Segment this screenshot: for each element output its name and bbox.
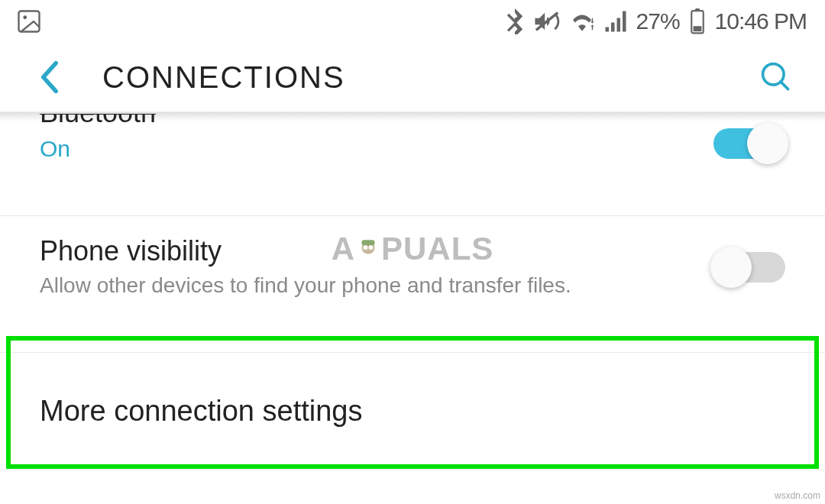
clock-time: 10:46 PM	[715, 8, 807, 34]
svg-rect-4	[694, 8, 699, 11]
row-phonevis-desc: Allow other devices to find your phone a…	[40, 272, 713, 299]
phone-visibility-toggle[interactable]	[713, 252, 785, 283]
wifi-icon	[569, 11, 595, 32]
bluetooth-icon	[505, 8, 525, 34]
row-phonevis-title: Phone visibility	[40, 234, 713, 267]
back-button[interactable]	[31, 59, 67, 95]
signal-icon	[604, 11, 627, 32]
row-partial-next[interactable]	[0, 470, 825, 504]
mute-vibrate-icon	[534, 10, 560, 33]
svg-point-1	[23, 15, 27, 19]
search-button[interactable]	[758, 59, 794, 95]
row-phone-visibility[interactable]: Phone visibility Allow other devices to …	[0, 215, 825, 321]
svg-rect-0	[19, 11, 40, 32]
settings-list: Bluetooth On Phone visibility Allow othe…	[0, 121, 825, 504]
battery-icon	[689, 8, 706, 34]
row-more-connection-settings[interactable]: More connection settings	[0, 352, 825, 471]
page-title: CONNECTIONS	[102, 60, 345, 95]
bluetooth-toggle[interactable]	[713, 128, 785, 159]
row-bluetooth-title: Bluetooth	[40, 114, 713, 129]
svg-line-7	[781, 82, 788, 89]
row-more-title: More connection settings	[40, 394, 785, 429]
image-icon	[15, 8, 43, 35]
app-header: CONNECTIONS	[0, 43, 825, 111]
row-bluetooth[interactable]: Bluetooth On	[0, 121, 825, 185]
row-bluetooth-status: On	[40, 134, 713, 163]
battery-percent: 27%	[636, 8, 680, 34]
svg-rect-5	[693, 26, 701, 31]
status-bar: 27% 10:46 PM	[0, 0, 825, 43]
